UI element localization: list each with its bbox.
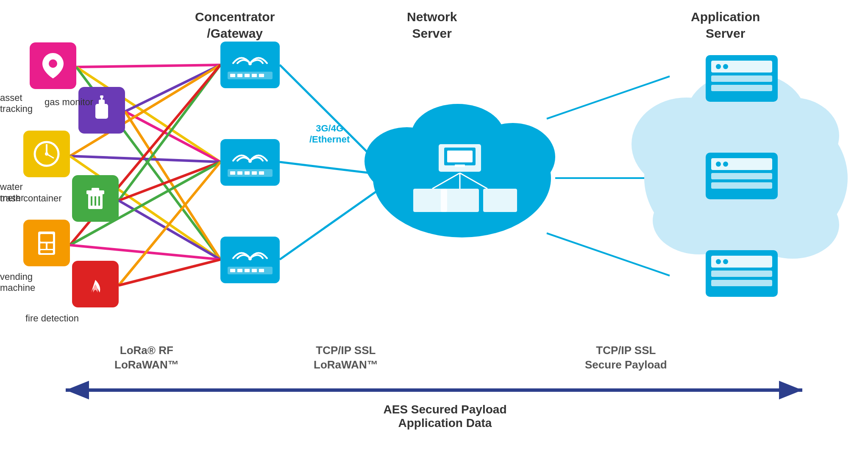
fire-detection-label: fire detection <box>25 313 79 324</box>
svg-rect-97 <box>252 171 257 175</box>
lora-rf-label: LoRa® RFLoRaWAN™ <box>114 343 179 372</box>
gateway-2-icon <box>220 139 280 186</box>
svg-rect-91 <box>259 74 264 77</box>
vending-machine-label: vendingmachine <box>0 271 28 294</box>
svg-rect-105 <box>259 269 264 272</box>
svg-point-92 <box>248 159 252 163</box>
svg-rect-81 <box>40 243 46 249</box>
svg-point-59 <box>716 259 721 264</box>
connection-label: 3G/4G/Ethernet <box>309 123 350 145</box>
water-meter-icon <box>23 131 70 177</box>
svg-rect-58 <box>711 280 772 286</box>
svg-rect-36 <box>483 189 517 212</box>
svg-rect-83 <box>40 250 53 253</box>
svg-rect-45 <box>711 75 772 82</box>
svg-point-64 <box>49 59 57 68</box>
fire-detection-icon <box>72 261 119 307</box>
tcpip-ssl-secure-label: TCP/IP SSLSecure Payload <box>585 343 667 372</box>
asset-tracking-icon <box>30 42 76 89</box>
gas-monitor-label: gas monitor <box>45 97 93 108</box>
svg-point-47 <box>716 64 721 69</box>
svg-rect-52 <box>711 182 772 189</box>
asset-tracking-label: assettracking <box>0 92 32 115</box>
svg-point-53 <box>716 162 721 167</box>
gas-monitor-icon <box>78 87 125 134</box>
vending-machine-icon <box>23 220 70 266</box>
svg-rect-96 <box>245 171 250 175</box>
svg-point-85 <box>248 62 252 65</box>
svg-rect-95 <box>237 171 242 175</box>
svg-rect-104 <box>252 269 257 272</box>
svg-rect-98 <box>259 171 264 175</box>
svg-point-42 <box>746 191 839 259</box>
svg-line-4 <box>125 112 220 162</box>
svg-rect-94 <box>230 171 235 175</box>
trash-container-icon <box>72 175 119 222</box>
svg-line-16 <box>119 260 220 285</box>
svg-rect-51 <box>711 173 772 179</box>
svg-rect-80 <box>40 234 53 242</box>
trash-container-label: trash container <box>0 193 72 204</box>
svg-point-72 <box>45 152 48 156</box>
svg-line-5 <box>125 112 220 260</box>
svg-rect-102 <box>237 269 242 272</box>
svg-line-19 <box>280 191 377 260</box>
svg-rect-101 <box>230 269 235 272</box>
svg-point-99 <box>248 257 252 260</box>
svg-line-18 <box>280 162 377 174</box>
svg-rect-82 <box>47 243 53 249</box>
diagram-container: assettracking gas monitor watermeter <box>0 0 868 466</box>
svg-rect-29 <box>447 151 473 162</box>
svg-line-3 <box>125 65 220 112</box>
svg-point-68 <box>100 95 103 98</box>
svg-line-0 <box>76 65 220 67</box>
svg-rect-87 <box>230 74 235 77</box>
tcpip-ssl-lorawan-label: TCP/IP SSLLoRaWAN™ <box>314 343 378 372</box>
network-server-label: NetworkServer <box>407 8 457 42</box>
svg-marker-62 <box>66 381 89 399</box>
svg-rect-65 <box>95 104 108 119</box>
svg-marker-63 <box>779 381 802 399</box>
svg-rect-103 <box>245 269 250 272</box>
svg-rect-35 <box>441 189 479 212</box>
svg-rect-89 <box>245 74 250 77</box>
svg-rect-88 <box>237 74 242 77</box>
svg-rect-90 <box>252 74 257 77</box>
svg-rect-30 <box>455 165 465 167</box>
svg-rect-75 <box>92 188 99 191</box>
svg-line-22 <box>547 233 670 276</box>
svg-rect-46 <box>711 85 772 91</box>
gateway-3-icon <box>220 237 280 283</box>
concentrator-label: Concentrator/Gateway <box>195 8 275 42</box>
svg-rect-66 <box>99 100 105 106</box>
gateway-1-icon <box>220 42 280 88</box>
svg-rect-57 <box>711 271 772 277</box>
svg-point-54 <box>723 162 728 167</box>
aes-label: AES Secured PayloadApplication Data <box>297 403 593 430</box>
svg-point-60 <box>723 259 728 264</box>
svg-point-48 <box>723 64 728 69</box>
svg-line-17 <box>280 65 377 162</box>
application-server-label: ApplicationServer <box>691 8 760 42</box>
main-svg <box>0 0 868 466</box>
